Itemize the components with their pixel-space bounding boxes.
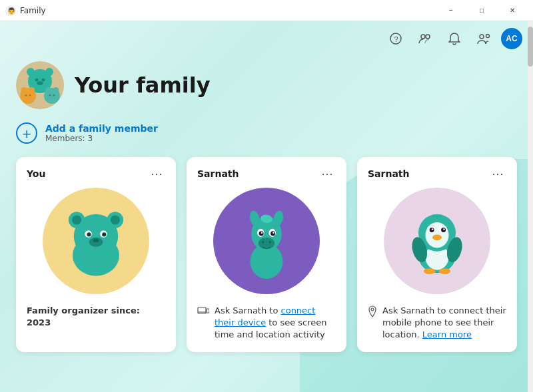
page-header: Your family — [0, 56, 533, 120]
notifications-button[interactable] — [442, 27, 466, 51]
svg-point-21 — [45, 87, 51, 93]
card-sarnath2-footer-row: Ask Sarnath to connect their mobile phon… — [368, 305, 506, 341]
help-button[interactable]: ? — [384, 27, 408, 51]
card-you-footer: Family organizer since: 2023 — [27, 305, 165, 329]
card-sarnath1: Sarnath ⋯ — [187, 157, 346, 352]
family-avatar — [16, 61, 64, 109]
card-you-avatar — [43, 188, 149, 294]
svg-point-22 — [53, 87, 59, 93]
add-member-text: Add a family member Members: 3 — [45, 123, 158, 143]
svg-point-71 — [371, 308, 374, 311]
add-member-label: Add a family member — [45, 123, 158, 134]
card-sarnath2-name: Sarnath — [368, 168, 410, 179]
svg-rect-54 — [207, 309, 209, 313]
app-icon: 👨‍👩 — [5, 5, 16, 16]
svg-point-48 — [272, 232, 274, 234]
svg-rect-53 — [198, 307, 206, 313]
svg-text:?: ? — [394, 35, 398, 43]
svg-point-50 — [262, 241, 265, 244]
card-sarnath1-footer-row: Ask Sarnath to connect their device to s… — [197, 305, 336, 341]
svg-point-14 — [37, 81, 43, 85]
svg-point-6 — [480, 35, 484, 39]
card-you-name: You — [27, 168, 45, 179]
people-button[interactable] — [413, 27, 437, 51]
card-you-menu-button[interactable]: ⋯ — [148, 168, 165, 180]
family-bears-svg — [16, 61, 64, 109]
title-bar-label: Family — [20, 6, 436, 15]
organizer-text: Family organizer since: 2023 — [27, 305, 140, 327]
help-icon: ? — [390, 33, 402, 45]
svg-point-12 — [35, 79, 39, 82]
svg-point-70 — [439, 268, 451, 274]
sarnath1-footer-text: Ask Sarnath to connect their device to s… — [215, 305, 336, 341]
svg-point-69 — [424, 268, 436, 274]
family-settings-button[interactable] — [472, 27, 496, 51]
svg-point-49 — [259, 238, 275, 250]
bear-svg — [49, 194, 143, 288]
location-icon — [368, 305, 377, 321]
maximize-button[interactable]: □ — [466, 0, 497, 21]
svg-point-11 — [45, 68, 53, 76]
svg-point-7 — [486, 35, 490, 38]
svg-point-64 — [432, 228, 434, 230]
people-icon — [418, 32, 432, 45]
svg-point-10 — [27, 68, 35, 76]
minimize-button[interactable]: − — [436, 0, 466, 21]
card-sarnath2-header: Sarnath ⋯ — [368, 168, 506, 180]
svg-point-65 — [443, 228, 445, 230]
toolbar: ? — [0, 21, 533, 56]
card-sarnath1-avatar — [213, 188, 320, 294]
svg-point-30 — [72, 216, 81, 225]
card-sarnath1-footer: Ask Sarnath to connect their device to s… — [197, 305, 336, 341]
card-sarnath1-name: Sarnath — [197, 168, 239, 179]
card-sarnath1-header: Sarnath ⋯ — [197, 168, 336, 180]
svg-point-51 — [269, 241, 272, 244]
card-sarnath2-menu-button[interactable]: ⋯ — [489, 168, 506, 180]
add-icon: + — [16, 122, 37, 144]
page-title: Your family — [75, 73, 211, 98]
svg-text:👨‍👩: 👨‍👩 — [7, 7, 16, 15]
svg-point-34 — [87, 232, 91, 236]
card-you: You ⋯ — [16, 157, 176, 352]
content-wrapper: ? — [0, 21, 533, 392]
family-icon — [476, 33, 491, 45]
svg-point-4 — [421, 35, 425, 39]
svg-point-35 — [102, 232, 106, 236]
svg-point-16 — [21, 87, 27, 93]
close-button[interactable]: ✕ — [497, 0, 528, 21]
penguin-svg — [390, 194, 484, 288]
card-you-header: You ⋯ — [27, 168, 165, 180]
cards-area: You ⋯ — [0, 157, 533, 352]
svg-point-18 — [25, 95, 27, 97]
svg-point-31 — [111, 216, 120, 225]
svg-point-19 — [29, 95, 31, 97]
learn-more-link[interactable]: Learn more — [422, 329, 472, 339]
add-member-section[interactable]: + Add a family member Members: 3 — [0, 120, 533, 157]
card-sarnath2: Sarnath ⋯ — [357, 157, 517, 352]
svg-point-13 — [42, 79, 45, 82]
app-content: ? — [0, 21, 533, 392]
members-count: Members: 3 — [45, 134, 158, 143]
svg-point-37 — [93, 239, 99, 242]
user-avatar-button[interactable]: AC — [501, 28, 522, 49]
sarnath2-footer-text: Ask Sarnath to connect their mobile phon… — [382, 305, 506, 341]
svg-point-66 — [432, 234, 442, 240]
card-sarnath2-footer: Ask Sarnath to connect their mobile phon… — [368, 305, 506, 341]
title-bar: 👨‍👩 Family − □ ✕ — [0, 0, 533, 21]
svg-point-5 — [426, 35, 430, 39]
svg-point-17 — [29, 87, 35, 93]
svg-point-47 — [261, 232, 263, 234]
svg-point-24 — [53, 95, 55, 97]
bell-icon — [448, 32, 460, 45]
window-controls: − □ ✕ — [436, 0, 528, 21]
llama-svg — [220, 194, 313, 288]
card-sarnath2-avatar — [384, 188, 490, 294]
connect-device-link[interactable]: connect their device — [215, 305, 315, 327]
device-icon — [197, 305, 209, 320]
card-sarnath1-menu-button[interactable]: ⋯ — [318, 168, 336, 180]
svg-point-23 — [49, 95, 51, 97]
